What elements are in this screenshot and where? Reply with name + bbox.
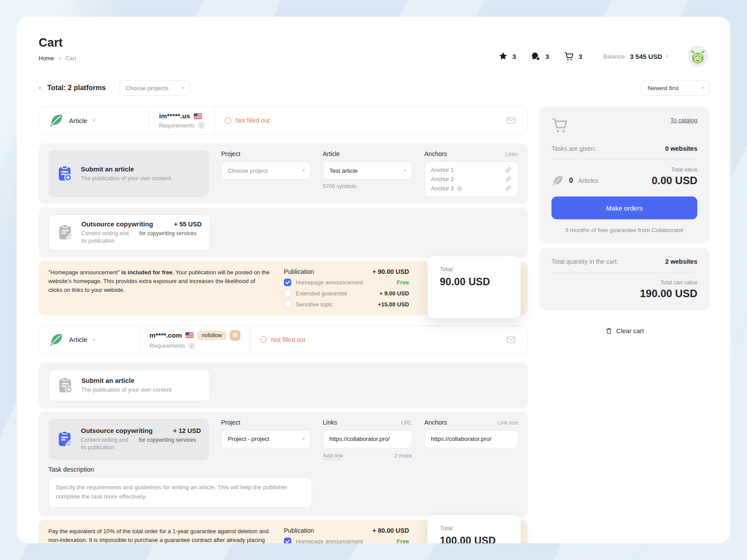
anchors-field: Anchors Link text: [424, 419, 518, 460]
checkbox-checked[interactable]: [284, 538, 291, 543]
site-domain[interactable]: im*****.us: [159, 112, 190, 120]
messages-button[interactable]: 3: [531, 51, 549, 62]
make-orders-button[interactable]: Make orders: [551, 196, 697, 219]
option-label: Sensitive topic: [296, 301, 333, 308]
info-icon[interactable]: [188, 342, 195, 349]
main-panel: Cart Home ● Cart 3 3 3 Balance: 3 54: [17, 17, 730, 543]
clear-cart-button[interactable]: Clear cart: [539, 327, 710, 335]
option-value: Free: [396, 279, 409, 286]
trash-icon: [605, 327, 613, 335]
envelope-icon: [506, 335, 516, 345]
quantity-value: 2 websites: [665, 258, 697, 265]
checkbox-checked[interactable]: [284, 279, 291, 286]
feather-icon: [551, 175, 564, 187]
status-label: Not filled out: [271, 336, 305, 343]
anchor-label: Anchor 1: [431, 167, 454, 173]
total-value-label: Total value: [652, 167, 697, 173]
platform-total-card: Total: 90.00 USD: [428, 256, 521, 318]
info-icon[interactable]: [457, 185, 463, 192]
site-domain[interactable]: m****.com: [149, 331, 182, 339]
outsource-copywriting-option[interactable]: Outsource copywriting + 55 USD Content w…: [48, 215, 210, 251]
article-value: Test article: [330, 167, 358, 174]
more-links-label[interactable]: 2 more: [394, 452, 412, 460]
clear-cart-label: Clear cart: [616, 327, 644, 335]
tasks-given-value: 0 websites: [665, 145, 697, 152]
publication-label: Publication: [284, 527, 314, 534]
option-value: Free: [396, 538, 409, 543]
status-circle-icon: [260, 336, 267, 343]
contact-publisher-button[interactable]: [497, 326, 527, 353]
chevron-down-icon: ▾: [182, 86, 185, 90]
option-title: Outsource copywriting: [81, 427, 152, 434]
add-link-button[interactable]: Add link: [323, 452, 343, 460]
content-type-select[interactable]: Article ▾: [39, 107, 149, 134]
project-value: Project - project: [228, 436, 269, 442]
cart-icon: [551, 117, 569, 135]
links-field: Links URL Add link 2 more: [323, 419, 412, 460]
submit-article-option[interactable]: Submit an article The publication of you…: [48, 370, 210, 401]
anchors-label: Anchors: [424, 419, 447, 426]
comment-icon[interactable]: [230, 330, 240, 341]
article-select[interactable]: Test article ▾: [323, 161, 412, 180]
to-catalog-link[interactable]: To catalog: [670, 117, 697, 124]
breadcrumb-home[interactable]: Home: [39, 55, 54, 62]
requirements-label: Requirements: [159, 122, 195, 129]
task-description-input[interactable]: [48, 477, 312, 508]
choose-projects-select[interactable]: Choose projects ▾: [119, 80, 190, 96]
contact-publisher-button[interactable]: [497, 107, 527, 134]
option-value: +15.00 USD: [378, 301, 409, 308]
chain-link-icon[interactable]: [505, 176, 511, 182]
platforms-column: Article ▾ im*****.us Requirements: [39, 106, 528, 543]
favorites-button[interactable]: 3: [498, 51, 516, 61]
checkbox-unchecked[interactable]: [284, 290, 291, 297]
site-info: m****.com nofollow Requirements: [140, 326, 250, 353]
total-value: 100.00 USD: [440, 535, 508, 543]
sort-select[interactable]: Newest first ▾: [641, 80, 710, 96]
publication-options: Publication + 90.00 USD Homepage announc…: [284, 268, 409, 308]
link-url-input[interactable]: [323, 430, 412, 448]
banner-text-pre: "Homepage announcement": [48, 269, 121, 276]
article-symbols-note: 5700 symbols: [323, 183, 412, 189]
total-platforms-group: ▾ Total: 2 platforms Choose projects ▾: [39, 80, 190, 96]
content-type-value: Article: [69, 117, 87, 124]
outsource-copywriting-option[interactable]: Outsource copywriting + 12 USD Content w…: [48, 419, 209, 460]
project-field: Project Choose project ▾: [221, 150, 310, 197]
cart-value: 190.00 USD: [551, 287, 697, 300]
divider: [551, 159, 697, 160]
cart-button[interactable]: 3: [564, 51, 582, 62]
project-field: Project Project - project ▾: [221, 419, 310, 460]
total-platforms-label: Total: 2 platforms: [47, 84, 106, 92]
anchor-text-input[interactable]: [424, 430, 518, 448]
info-icon[interactable]: [198, 122, 205, 129]
project-value: Choose project: [228, 167, 268, 174]
project-select[interactable]: Project - project ▾: [221, 430, 310, 448]
chain-link-icon[interactable]: [505, 167, 511, 173]
project-select[interactable]: Choose project ▾: [221, 161, 310, 180]
option-label: Homepage announcement: [296, 279, 363, 286]
collapse-chevron-icon[interactable]: ▾: [39, 85, 41, 91]
avatar[interactable]: [687, 46, 708, 67]
option-extended-guarantee: Extended guarantee + 9.00 USD: [284, 290, 409, 297]
article-field: Article Test article ▾ 5700 symbols: [323, 150, 412, 197]
option-price: + 55 USD: [174, 221, 202, 228]
option-title: Submit an article: [81, 377, 134, 384]
chevron-down-icon: ▾: [302, 437, 305, 441]
favorites-count: 3: [512, 53, 516, 60]
checkbox-unchecked[interactable]: [284, 301, 291, 308]
content-type-select[interactable]: Article ▾: [39, 326, 139, 353]
divider: [551, 272, 697, 273]
sort-value: Newest first: [648, 85, 679, 91]
header-actions: 3 3 3 Balance: 3 545 USD ▾: [498, 46, 708, 67]
breadcrumb: Home ● Cart: [39, 55, 76, 62]
publication-banner-1: "Homepage announcement" is included for …: [39, 261, 528, 315]
submit-article-option[interactable]: Submit an article The publication of you…: [48, 150, 209, 197]
site-info: im*****.us Requirements: [149, 107, 214, 134]
option-label: Homepage announcement: [296, 538, 363, 543]
option-label: Extended guarantee: [296, 290, 347, 297]
chain-link-icon[interactable]: [505, 185, 511, 192]
submit-section-2: Submit an article The publication of you…: [39, 363, 528, 408]
url-label: URL: [401, 420, 412, 426]
breadcrumb-separator: ●: [58, 56, 61, 61]
balance-menu[interactable]: Balance: 3 545 USD ▾: [603, 53, 668, 60]
publication-options: Publication + 80.00 USD Homepage announc…: [284, 527, 409, 543]
